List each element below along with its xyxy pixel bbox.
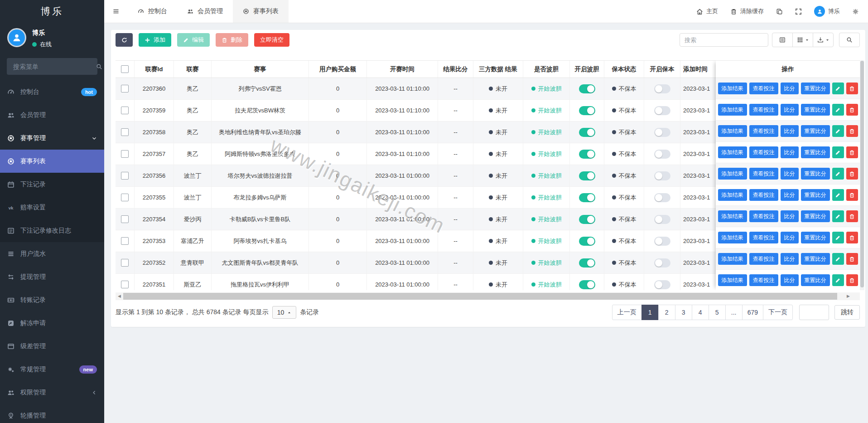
reset-score-button[interactable]: 重置比分	[801, 104, 830, 116]
row-checkbox[interactable]	[121, 128, 129, 136]
sidebar-item-user-flow[interactable]: 用户流水	[0, 242, 104, 265]
tab-match-list[interactable]: 赛事列表	[233, 0, 289, 23]
menu-toggle-button[interactable]	[104, 0, 128, 23]
bodan-toggle[interactable]	[579, 237, 595, 246]
tab-members[interactable]: 会员管理	[177, 0, 233, 23]
baoben-toggle[interactable]	[654, 171, 670, 180]
reset-score-button[interactable]: 重置比分	[801, 210, 830, 222]
row-edit-button[interactable]	[832, 146, 844, 158]
row-delete-button[interactable]	[846, 125, 858, 137]
bodan-toggle[interactable]	[579, 280, 595, 289]
bodan-toggle[interactable]	[579, 258, 595, 267]
score-button[interactable]: 比分	[781, 83, 799, 94]
row-edit-button[interactable]	[832, 232, 844, 243]
clear-all-button[interactable]: 立即清空	[254, 33, 289, 47]
page-size-select[interactable]: 10	[272, 306, 297, 319]
sidebar-item-transfer-records[interactable]: 转账记录	[0, 288, 104, 311]
add-result-button[interactable]: 添加结果	[718, 125, 747, 137]
sidebar-item-level-management[interactable]: 级差管理	[0, 335, 104, 358]
horizontal-scrollbar-thumb[interactable]	[123, 293, 837, 300]
add-button[interactable]: 添加	[139, 33, 171, 47]
bodan-toggle[interactable]	[579, 106, 595, 115]
score-button[interactable]: 比分	[781, 274, 799, 286]
reset-score-button[interactable]: 重置比分	[801, 146, 830, 158]
add-result-button[interactable]: 添加结果	[718, 253, 747, 265]
jump-page-input[interactable]	[799, 305, 829, 320]
row-delete-button[interactable]	[846, 104, 858, 116]
row-delete-button[interactable]	[846, 168, 858, 180]
view-bets-button[interactable]: 查看投注	[749, 189, 778, 201]
reset-score-button[interactable]: 重置比分	[801, 232, 830, 243]
page-ellipsis[interactable]: ...	[725, 305, 743, 320]
row-delete-button[interactable]	[846, 232, 858, 243]
sidebar-item-match-management[interactable]: 赛事管理	[0, 126, 104, 150]
scroll-right-arrow[interactable]: ▶	[844, 292, 852, 300]
score-button[interactable]: 比分	[781, 168, 799, 180]
delete-button[interactable]: 删除	[216, 33, 248, 47]
prev-page-button[interactable]: 上一页	[612, 305, 642, 320]
reset-score-button[interactable]: 重置比分	[801, 125, 830, 137]
sidebar-search-input[interactable]	[12, 63, 96, 71]
fullscreen-button[interactable]	[795, 8, 802, 15]
score-button[interactable]: 比分	[781, 189, 799, 201]
edit-button[interactable]: 编辑	[177, 33, 210, 47]
user-menu[interactable]: 博乐	[814, 6, 840, 17]
select-all-checkbox[interactable]	[121, 65, 129, 73]
score-button[interactable]: 比分	[781, 232, 799, 243]
add-result-button[interactable]: 添加结果	[718, 232, 747, 243]
view-bets-button[interactable]: 查看投注	[749, 83, 778, 94]
sidebar-item-unfreeze-requests[interactable]: 解冻申请	[0, 311, 104, 335]
baoben-toggle[interactable]	[654, 128, 670, 137]
row-edit-button[interactable]	[832, 125, 844, 137]
add-result-button[interactable]: 添加结果	[718, 210, 747, 222]
row-checkbox[interactable]	[121, 215, 129, 223]
vertical-scrollbar[interactable]	[860, 60, 864, 290]
add-result-button[interactable]: 添加结果	[718, 83, 747, 94]
refresh-button[interactable]	[116, 33, 133, 47]
add-result-button[interactable]: 添加结果	[718, 104, 747, 116]
sidebar-item-match-list[interactable]: 赛事列表	[0, 150, 104, 173]
scroll-left-arrow[interactable]: ◀	[116, 292, 123, 300]
row-checkbox[interactable]	[121, 172, 129, 180]
row-checkbox[interactable]	[121, 85, 129, 92]
sidebar-item-odds-settings[interactable]: 赔率设置	[0, 196, 104, 219]
bodan-toggle[interactable]	[579, 84, 595, 93]
row-delete-button[interactable]	[846, 83, 858, 94]
baoben-toggle[interactable]	[654, 237, 670, 246]
view-bets-button[interactable]: 查看投注	[749, 125, 778, 137]
row-checkbox[interactable]	[121, 259, 129, 267]
horizontal-scrollbar[interactable]: ◀ ▶	[116, 292, 860, 300]
columns-button[interactable]	[792, 33, 813, 47]
copy-button[interactable]	[776, 8, 783, 15]
reset-score-button[interactable]: 重置比分	[801, 83, 830, 94]
row-checkbox[interactable]	[121, 281, 129, 288]
baoben-toggle[interactable]	[654, 106, 670, 115]
add-result-button[interactable]: 添加结果	[718, 146, 747, 158]
row-edit-button[interactable]	[832, 83, 844, 94]
bodan-toggle[interactable]	[579, 193, 595, 202]
reset-score-button[interactable]: 重置比分	[801, 168, 830, 180]
view-bets-button[interactable]: 查看投注	[749, 104, 778, 116]
bodan-toggle[interactable]	[579, 215, 595, 224]
next-page-button[interactable]: 下一页	[763, 305, 793, 320]
view-bets-button[interactable]: 查看投注	[749, 253, 778, 265]
row-checkbox[interactable]	[121, 237, 129, 245]
row-edit-button[interactable]	[832, 274, 844, 286]
sidebar-item-dashboard[interactable]: 控制台 hot	[0, 80, 104, 103]
score-button[interactable]: 比分	[781, 125, 799, 137]
row-edit-button[interactable]	[832, 210, 844, 222]
row-edit-button[interactable]	[832, 253, 844, 265]
score-button[interactable]: 比分	[781, 210, 799, 222]
score-button[interactable]: 比分	[781, 253, 799, 265]
baoben-toggle[interactable]	[654, 150, 670, 159]
row-delete-button[interactable]	[846, 189, 858, 201]
sidebar-item-permissions[interactable]: 权限管理	[0, 381, 104, 404]
baoben-toggle[interactable]	[654, 215, 670, 224]
row-checkbox[interactable]	[121, 107, 129, 114]
toggle-search-button[interactable]	[839, 33, 860, 47]
reset-score-button[interactable]: 重置比分	[801, 189, 830, 201]
sidebar-item-bet-modify-log[interactable]: 下注记录修改日志	[0, 219, 104, 242]
row-edit-button[interactable]	[832, 189, 844, 201]
page-button-4[interactable]: 4	[692, 305, 709, 320]
view-bets-button[interactable]: 查看投注	[749, 210, 778, 222]
